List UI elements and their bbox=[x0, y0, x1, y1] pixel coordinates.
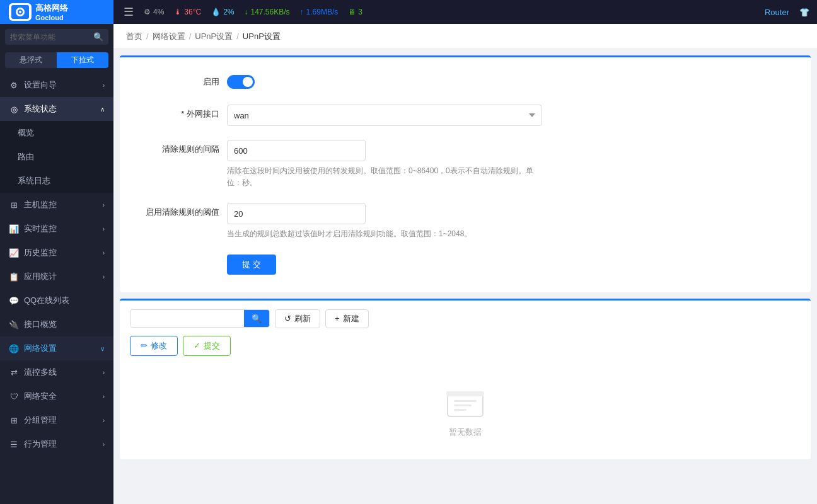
form-submit-button[interactable]: 提 交 bbox=[227, 255, 276, 275]
plus-icon: + bbox=[335, 314, 340, 323]
enable-control bbox=[227, 72, 542, 91]
enable-toggle[interactable] bbox=[227, 75, 255, 89]
table-new-button[interactable]: + 新建 bbox=[325, 309, 369, 328]
sidebar-item-routing[interactable]: 路由 bbox=[0, 145, 113, 169]
check-icon: ✓ bbox=[194, 341, 200, 350]
sidebar: 🔍 悬浮式 下拉式 ⚙ 设置向导 › ◎ 系统状态 ∧ 概览 路由 系统日志 ⊞… bbox=[0, 24, 113, 504]
grid-icon: ⊞ bbox=[9, 200, 19, 210]
plug-icon: 🔌 bbox=[9, 320, 19, 329]
search-btn-icon: 🔍 bbox=[252, 314, 262, 323]
form-row-clear-threshold: 启用清除规则的阈值 当生成的规则总数超过该值时才启用清除规则功能。取值范围：1~… bbox=[145, 203, 785, 240]
sidebar-item-interface-overview[interactable]: 🔌 接口概览 bbox=[0, 312, 113, 336]
svg-rect-7 bbox=[454, 409, 466, 411]
logo-text: 高格网络 Gocloud bbox=[35, 3, 68, 21]
clear-threshold-hint: 当生成的规则总数超过该值时才启用清除规则功能。取值范围：1~2048。 bbox=[227, 228, 542, 240]
sidebar-item-system-status[interactable]: ◎ 系统状态 ∧ bbox=[0, 97, 113, 121]
breadcrumb-sep-2: / bbox=[189, 32, 192, 41]
shirt-icon: 👕 bbox=[799, 8, 809, 17]
svg-point-3 bbox=[19, 11, 21, 13]
form-row-clear-interval: 清除规则的间隔 清除在这段时间内没用被使用的转发规则。取值范围：0~86400，… bbox=[145, 140, 785, 189]
cpu-icon: ⚙ bbox=[144, 8, 151, 16]
logo: 高格网络 Gocloud bbox=[0, 0, 113, 24]
sidebar-item-overview[interactable]: 概览 bbox=[0, 121, 113, 145]
table-edit-button[interactable]: ✏ 修改 bbox=[130, 336, 178, 356]
svg-rect-8 bbox=[446, 391, 484, 396]
chevron-right-icon: › bbox=[103, 82, 105, 89]
breadcrumb-network-settings[interactable]: 网络设置 bbox=[153, 31, 185, 42]
wan-label: * 外网接口 bbox=[145, 105, 227, 120]
sidebar-item-realtime-monitor[interactable]: 📊 实时监控 › bbox=[0, 217, 113, 241]
sidebar-item-behavior-management[interactable]: ☰ 行为管理 › bbox=[0, 432, 113, 456]
table-search-button[interactable]: 🔍 bbox=[244, 310, 269, 327]
download-arrow-icon: ↓ bbox=[245, 8, 248, 16]
sidebar-item-host-monitor[interactable]: ⊞ 主机监控 › bbox=[0, 193, 113, 217]
form-row-enable: 启用 bbox=[145, 72, 785, 91]
tab-float[interactable]: 悬浮式 bbox=[5, 52, 57, 68]
gear-icon: ⚙ bbox=[9, 81, 19, 90]
cpu-stat: ⚙ 4% bbox=[144, 8, 164, 16]
clear-interval-control: 清除在这段时间内没用被使用的转发规则。取值范围：0~86400，0表示不自动清除… bbox=[227, 140, 542, 189]
mem-stat: 💧 2% bbox=[211, 8, 234, 16]
menu-icon[interactable]: ☰ bbox=[124, 5, 134, 19]
flow-icon: ⇄ bbox=[9, 368, 19, 377]
circle-icon: ◎ bbox=[9, 105, 19, 114]
table-card: 🔍 ↺ 刷新 + 新建 ✏ 修改 ✓ 提交 bbox=[120, 299, 811, 459]
temp-icon: 🌡 bbox=[174, 8, 182, 16]
clear-threshold-control: 当生成的规则总数超过该值时才启用清除规则功能。取值范围：1~2048。 bbox=[227, 203, 542, 240]
monitor-icon: 🖥 bbox=[348, 8, 356, 16]
edit-icon: ✏ bbox=[141, 341, 148, 350]
breadcrumb-upnp-settings[interactable]: UPnP设置 bbox=[195, 31, 233, 42]
sidebar-item-settings-wizard[interactable]: ⚙ 设置向导 › bbox=[0, 73, 113, 97]
table-toolbar: 🔍 ↺ 刷新 + 新建 bbox=[130, 309, 801, 328]
history-icon: 📈 bbox=[9, 248, 19, 258]
form-card: 启用 * 外网接口 wan 清除规则的间隔 清除在这段时间 bbox=[120, 55, 811, 292]
router-label: Router bbox=[765, 8, 789, 17]
mem-icon: 💧 bbox=[211, 8, 221, 16]
clear-threshold-label: 启用清除规则的阈值 bbox=[145, 203, 227, 218]
chevron-down-icon-6: › bbox=[103, 369, 105, 376]
sidebar-item-group-management[interactable]: ⊞ 分组管理 › bbox=[0, 408, 113, 432]
clear-interval-hint: 清除在这段时间内没用被使用的转发规则。取值范围：0~86400，0表示不自动清除… bbox=[227, 165, 542, 189]
qq-icon: 💬 bbox=[9, 296, 19, 306]
search-icon: 🔍 bbox=[93, 32, 103, 42]
wan-control: wan bbox=[227, 105, 542, 126]
sidebar-item-history-monitor[interactable]: 📈 历史监控 › bbox=[0, 241, 113, 265]
table-confirm-button[interactable]: ✓ 提交 bbox=[183, 336, 231, 356]
clear-interval-input[interactable] bbox=[227, 140, 366, 161]
sidebar-item-flow-multiline[interactable]: ⇄ 流控多线 › bbox=[0, 360, 113, 384]
refresh-icon: ↺ bbox=[284, 314, 291, 323]
table-refresh-button[interactable]: ↺ 刷新 bbox=[275, 309, 320, 328]
shield-icon: 🛡 bbox=[9, 392, 19, 401]
breadcrumb-sep-3: / bbox=[236, 32, 239, 41]
chevron-down-icon-8: › bbox=[103, 417, 105, 424]
content-area: 首页 / 网络设置 / UPnP设置 / UPnP设置 启用 * 外网接口 bbox=[113, 24, 817, 504]
network-icon: 🌐 bbox=[9, 344, 19, 353]
enable-label: 启用 bbox=[145, 72, 227, 88]
tab-dropdown[interactable]: 下拉式 bbox=[57, 52, 108, 68]
chevron-down-icon-3: › bbox=[103, 249, 105, 256]
clear-threshold-input[interactable] bbox=[227, 203, 366, 224]
list-icon: 📋 bbox=[9, 272, 19, 282]
chevron-down-icon-4: › bbox=[103, 273, 105, 280]
chevron-down-icon-7: › bbox=[103, 393, 105, 400]
clear-interval-label: 清除规则的间隔 bbox=[145, 140, 227, 155]
download-stat: ↓ 147.56KB/s bbox=[245, 8, 290, 16]
logo-icon bbox=[9, 3, 32, 21]
table-action-buttons: ✏ 修改 ✓ 提交 bbox=[130, 336, 801, 356]
group-icon: ⊞ bbox=[9, 416, 19, 425]
sidebar-item-qq-online[interactable]: 💬 QQ在线列表 bbox=[0, 289, 113, 312]
sidebar-item-app-stats[interactable]: 📋 应用统计 › bbox=[0, 265, 113, 289]
wan-select[interactable]: wan bbox=[227, 105, 542, 126]
sidebar-item-system-log[interactable]: 系统日志 bbox=[0, 169, 113, 193]
breadcrumb-home[interactable]: 首页 bbox=[126, 31, 142, 42]
sidebar-item-network-settings[interactable]: 🌐 网络设置 ∨ bbox=[0, 336, 113, 360]
sidebar-item-network-security[interactable]: 🛡 网络安全 › bbox=[0, 384, 113, 408]
chevron-down-icon-2: › bbox=[103, 226, 105, 232]
search-input[interactable] bbox=[10, 33, 90, 42]
sidebar-search-container: 🔍 bbox=[5, 29, 108, 45]
upload-arrow-icon: ↑ bbox=[300, 8, 304, 16]
monitor-stat: 🖥 3 bbox=[348, 8, 362, 16]
table-search-input[interactable] bbox=[130, 311, 244, 326]
breadcrumb-sep-1: / bbox=[146, 32, 149, 41]
breadcrumb: 首页 / 网络设置 / UPnP设置 / UPnP设置 bbox=[113, 24, 817, 49]
